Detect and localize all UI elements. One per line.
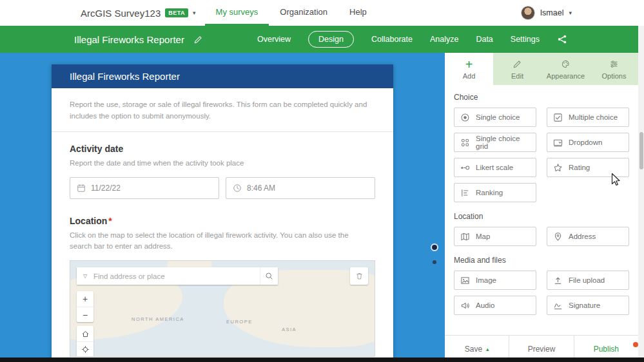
tab-analyze[interactable]: Analyze [430, 35, 458, 44]
search-icon[interactable] [260, 267, 278, 285]
user-menu[interactable]: Ismael ▾ [521, 0, 644, 26]
map-zoom-controls: + − [77, 291, 93, 322]
button-label: Single choice [476, 113, 520, 121]
add-likert-scale-button[interactable]: Likert scale [454, 158, 536, 177]
tab-label: Appearance [547, 72, 585, 80]
button-label: Address [569, 233, 596, 240]
map-label-europe: EUROPE [226, 319, 253, 325]
zoom-in-button[interactable]: + [77, 291, 93, 307]
survey123-designer-window: ArcGIS Survey123 BETA ▾ My surveys Organ… [0, 0, 644, 362]
button-label: Single choice grid [476, 135, 530, 150]
notification-dot [633, 342, 638, 347]
required-asterisk: * [108, 216, 112, 226]
ranking-icon [460, 188, 470, 198]
edit-title-pencil-icon[interactable] [193, 35, 203, 44]
app-title: ArcGIS Survey123 [81, 8, 161, 19]
palette-icon [561, 59, 571, 70]
add-signature-button[interactable]: Signature [547, 296, 629, 315]
tab-settings[interactable]: Settings [511, 35, 540, 44]
section-title-choice: Choice [454, 93, 629, 102]
map-nav-controls [77, 326, 93, 357]
home-icon [81, 330, 90, 338]
share-icon[interactable] [557, 34, 567, 44]
trash-icon [355, 272, 364, 280]
pin-icon [553, 232, 563, 242]
media-button-grid: Image File upload Audio Signature [454, 271, 629, 315]
upload-icon [553, 276, 563, 285]
time-field[interactable] [226, 177, 375, 199]
pencil-icon [512, 59, 522, 70]
add-file-upload-button[interactable]: File upload [547, 271, 629, 290]
nav-my-surveys[interactable]: My surveys [205, 0, 269, 26]
tab-collaborate[interactable]: Collaborate [371, 35, 413, 44]
page-scrollbar[interactable] [638, 26, 644, 362]
map-widget[interactable]: NORTH AMERICA EUROPE ASIA ▽ + [70, 260, 375, 357]
calendar-icon [77, 184, 86, 193]
app-topbar: ArcGIS Survey123 BETA ▾ My surveys Organ… [0, 0, 644, 26]
delete-map-button[interactable] [350, 267, 368, 285]
nav-help[interactable]: Help [338, 0, 378, 26]
map-icon [460, 232, 470, 242]
zoom-out-button[interactable]: − [77, 307, 93, 322]
add-image-button[interactable]: Image [454, 271, 536, 290]
add-single-choice-button[interactable]: Single choice [454, 108, 536, 127]
scrollbar-thumb[interactable] [639, 132, 643, 169]
topbar-nav: My surveys Organization Help [205, 0, 378, 26]
button-label: Signature [569, 301, 600, 309]
user-name: Ismael [540, 8, 564, 17]
tab-options[interactable]: Options [590, 53, 638, 85]
add-multiple-choice-button[interactable]: Multiple choice [547, 108, 629, 127]
search-options-dropdown-icon[interactable]: ▽ [77, 273, 93, 279]
map-label-asia: ASIA [282, 327, 297, 332]
date-time-inputs [70, 177, 375, 199]
chevron-down-icon[interactable]: ▾ [569, 10, 572, 16]
question-title: Location* [70, 216, 375, 226]
radio-icon [460, 113, 470, 122]
checkbox-icon [553, 113, 563, 122]
question-title: Activity date [70, 144, 375, 154]
add-ranking-button[interactable]: Ranking [454, 183, 536, 202]
time-input[interactable] [247, 184, 368, 193]
tab-appearance[interactable]: Appearance [542, 53, 590, 85]
locate-me-button[interactable] [77, 341, 93, 357]
panel-tabs: + Add Edit Appearance Options [445, 53, 638, 85]
tab-data[interactable]: Data [476, 35, 493, 44]
add-dropdown-button[interactable]: Dropdown [547, 133, 629, 152]
add-single-choice-grid-button[interactable]: Single choice grid [454, 133, 536, 152]
button-label: Image [476, 276, 496, 284]
avatar[interactable] [521, 6, 535, 20]
home-extent-button[interactable] [77, 326, 93, 341]
add-rating-button[interactable]: Rating [547, 158, 629, 177]
tab-label: Add [463, 72, 476, 80]
button-label: Rating [569, 164, 590, 171]
date-field[interactable] [70, 177, 219, 199]
chevron-down-icon[interactable]: ▾ [193, 10, 196, 16]
sliders-icon [609, 59, 619, 70]
add-map-button[interactable]: Map [454, 227, 536, 246]
form-title: Illegal Fireworks Reporter [70, 71, 180, 82]
choice-button-grid: Single choice Multiple choice Single cho… [454, 108, 629, 202]
nav-organization[interactable]: Organization [269, 0, 338, 26]
tab-label: Edit [511, 72, 523, 80]
save-label: Save [465, 345, 482, 354]
button-label: Multiple choice [569, 113, 618, 121]
tab-add[interactable]: + Add [445, 53, 493, 85]
add-audio-button[interactable]: Audio [454, 296, 536, 315]
button-label: Ranking [476, 189, 503, 196]
date-input[interactable] [91, 184, 212, 193]
canvas-dot-marker-small [433, 260, 436, 264]
location-button-grid: Map Address [454, 227, 629, 246]
question-location[interactable]: 2 Location* Click on the map to select t… [52, 199, 393, 357]
design-canvas: Illegal Fireworks Reporter Report the us… [0, 53, 445, 362]
question-subtitle: Report the date and time when the activi… [70, 158, 366, 169]
tab-design[interactable]: Design [308, 31, 354, 48]
tab-edit[interactable]: Edit [493, 53, 542, 85]
button-label: Dropdown [569, 138, 602, 146]
map-search-input[interactable] [93, 272, 260, 280]
star-icon [553, 163, 563, 173]
add-address-button[interactable]: Address [547, 227, 629, 246]
chevron-up-icon: ▴ [486, 346, 489, 352]
tab-overview[interactable]: Overview [257, 35, 291, 44]
question-activity-date[interactable]: 1 Activity date Report the date and time… [52, 132, 393, 199]
image-icon [460, 276, 470, 285]
